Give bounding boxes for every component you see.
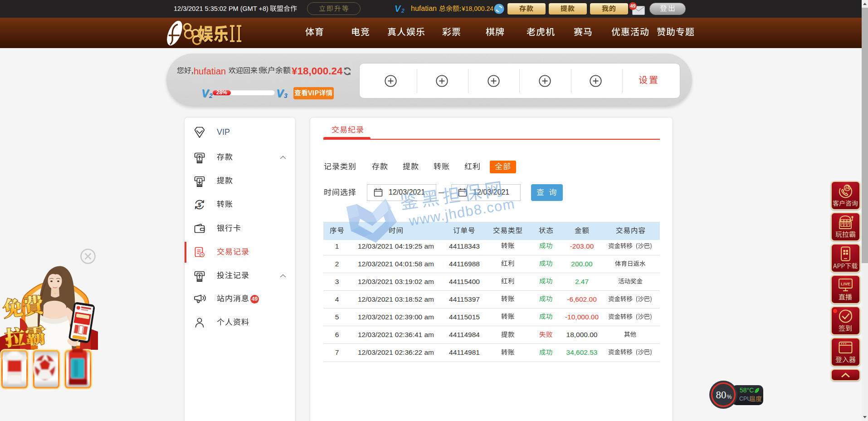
svg-text:7: 7 (841, 221, 844, 225)
svg-text:7: 7 (844, 221, 847, 225)
svg-text:LIVE: LIVE (841, 281, 850, 286)
svg-text:80: 80 (716, 389, 727, 401)
svg-text:$: $ (198, 202, 201, 208)
svg-text:7: 7 (848, 221, 850, 225)
svg-text:24: 24 (845, 186, 849, 190)
svg-text:%: % (727, 394, 732, 400)
